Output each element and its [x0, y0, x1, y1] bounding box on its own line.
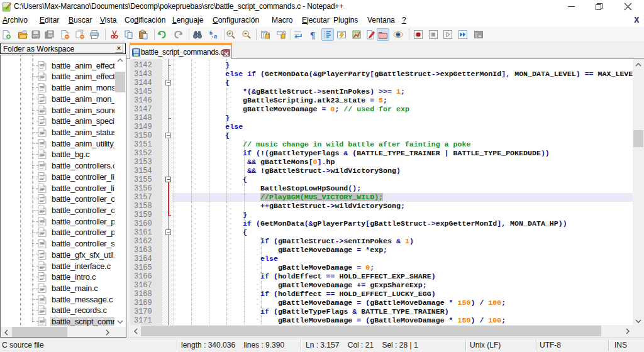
svg-text:¶: ¶: [310, 30, 315, 40]
svg-text:a: a: [214, 33, 217, 40]
svg-text:b: b: [209, 30, 213, 36]
